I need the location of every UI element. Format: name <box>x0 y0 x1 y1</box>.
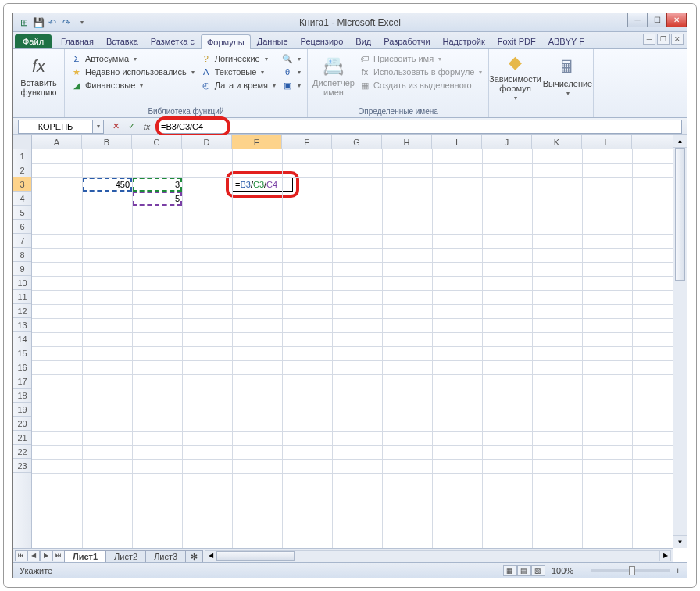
row-header-6[interactable]: 6 <box>13 220 31 234</box>
autosum-button[interactable]: ΣАвтосумма▾ <box>70 52 196 65</box>
row-header-19[interactable]: 19 <box>13 403 31 417</box>
tab-data[interactable]: Данные <box>251 34 295 48</box>
row-header-9[interactable]: 9 <box>13 262 31 276</box>
column-header-D[interactable]: D <box>182 135 232 149</box>
name-box[interactable]: КОРЕНЬ <box>18 120 93 134</box>
active-cell-E3[interactable]: =B3/C3/C4 <box>232 177 293 192</box>
calculation-button[interactable]: 🖩 Вычисление▾ <box>546 51 588 102</box>
doc-restore-button[interactable]: ❐ <box>657 34 670 45</box>
vertical-scrollbar[interactable]: ▲ ▼ <box>673 135 687 548</box>
row-header-21[interactable]: 21 <box>13 431 31 445</box>
tab-home[interactable]: Главная <box>55 34 100 48</box>
column-header-B[interactable]: B <box>82 135 132 149</box>
save-icon[interactable]: 💾 <box>32 16 45 29</box>
scroll-left-icon[interactable]: ◀ <box>205 551 216 561</box>
enter-formula-button[interactable]: ✓ <box>124 120 138 134</box>
column-header-K[interactable]: K <box>532 135 582 149</box>
recent-functions-button[interactable]: ★Недавно использовались▾ <box>70 66 196 78</box>
hscroll-thumb[interactable] <box>216 551 295 561</box>
scroll-right-icon[interactable]: ▶ <box>659 551 670 561</box>
tab-addins[interactable]: Надстройк <box>437 34 491 48</box>
close-button[interactable]: ✕ <box>666 13 687 27</box>
datetime-button[interactable]: ◴Дата и время▾ <box>199 79 277 91</box>
zoom-out-button[interactable]: − <box>580 566 584 575</box>
qat-dropdown-icon[interactable]: ▾ <box>76 16 88 29</box>
row-header-14[interactable]: 14 <box>13 332 31 346</box>
minimize-button[interactable]: ─ <box>627 13 648 27</box>
tab-abbyy[interactable]: ABBYY F <box>542 34 591 48</box>
tab-view[interactable]: Вид <box>349 34 377 48</box>
logical-button[interactable]: ?Логические▾ <box>199 52 277 65</box>
tab-insert[interactable]: Вставка <box>100 34 145 48</box>
row-header-3[interactable]: 3 <box>13 177 31 192</box>
more-functions-button[interactable]: ▣▾ <box>280 79 302 91</box>
select-all-corner[interactable] <box>13 135 32 149</box>
sheet-tab-2[interactable]: Лист2 <box>105 550 146 562</box>
math-button[interactable]: θ▾ <box>280 66 302 78</box>
zoom-slider[interactable] <box>591 569 670 572</box>
zoom-thumb[interactable] <box>629 566 635 575</box>
row-header-8[interactable]: 8 <box>13 248 31 262</box>
page-break-view-button[interactable]: ▧ <box>531 565 545 576</box>
column-header-F[interactable]: F <box>282 135 332 149</box>
row-header-13[interactable]: 13 <box>13 318 31 332</box>
insert-function-button[interactable]: fx Вставить функцию <box>18 51 59 102</box>
column-header-J[interactable]: J <box>482 135 532 149</box>
row-header-7[interactable]: 7 <box>13 234 31 248</box>
row-header-5[interactable]: 5 <box>13 206 31 220</box>
sheet-tab-3[interactable]: Лист3 <box>145 550 186 562</box>
tab-first-button[interactable]: ⏮ <box>15 550 27 561</box>
row-header-1[interactable]: 1 <box>13 149 31 163</box>
scroll-up-icon[interactable]: ▲ <box>673 135 687 148</box>
row-header-11[interactable]: 11 <box>13 290 31 304</box>
scroll-down-icon[interactable]: ▼ <box>673 535 687 548</box>
normal-view-button[interactable]: ▦ <box>503 565 517 576</box>
file-tab[interactable]: Файл <box>15 34 52 48</box>
formula-bar[interactable]: =B3/C3/C4 <box>157 120 682 134</box>
worksheet-grid[interactable]: ABCDEFGHIJKL 123456789101112131415161718… <box>13 135 687 562</box>
name-manager-button[interactable]: 📇 Диспетчер имен <box>312 51 355 102</box>
page-layout-view-button[interactable]: ▤ <box>517 565 531 576</box>
tab-prev-button[interactable]: ◀ <box>27 550 40 561</box>
formula-auditing-button[interactable]: ◆ Зависимости формул▾ <box>494 51 536 102</box>
zoom-level[interactable]: 100% <box>552 566 573 575</box>
tab-layout[interactable]: Разметка с <box>145 34 201 48</box>
sheet-tab-1[interactable]: Лист1 <box>64 550 106 562</box>
text-button[interactable]: AТекстовые▾ <box>199 66 277 78</box>
tab-last-button[interactable]: ⏭ <box>52 550 65 561</box>
doc-close-button[interactable]: ✕ <box>671 34 684 45</box>
row-header-16[interactable]: 16 <box>13 360 31 374</box>
row-header-15[interactable]: 15 <box>13 346 31 360</box>
row-header-12[interactable]: 12 <box>13 304 31 318</box>
zoom-in-button[interactable]: + <box>676 566 680 575</box>
column-header-E[interactable]: E <box>232 135 282 149</box>
maximize-button[interactable]: ☐ <box>647 13 667 27</box>
column-header-C[interactable]: C <box>132 135 182 149</box>
cancel-formula-button[interactable]: ✕ <box>109 120 123 134</box>
fx-button[interactable]: fx <box>140 120 154 134</box>
lookup-button[interactable]: 🔍▾ <box>280 52 302 65</box>
column-header-G[interactable]: G <box>332 135 382 149</box>
redo-icon[interactable]: ↷ <box>60 16 73 29</box>
column-header-H[interactable]: H <box>382 135 432 149</box>
vscroll-thumb[interactable] <box>675 148 685 281</box>
column-header-I[interactable]: I <box>432 135 482 149</box>
row-header-20[interactable]: 20 <box>13 417 31 431</box>
horizontal-scrollbar[interactable]: ◀ ▶ <box>205 550 671 561</box>
column-header-L[interactable]: L <box>582 135 632 149</box>
column-header-A[interactable]: A <box>32 135 82 149</box>
row-header-17[interactable]: 17 <box>13 374 31 389</box>
new-sheet-button[interactable]: ✻ <box>185 550 203 563</box>
row-header-23[interactable]: 23 <box>13 459 31 473</box>
undo-icon[interactable]: ↶ <box>46 16 59 29</box>
tab-developer[interactable]: Разработчи <box>377 34 436 48</box>
row-header-18[interactable]: 18 <box>13 389 31 403</box>
row-header-4[interactable]: 4 <box>13 192 31 206</box>
tab-foxit[interactable]: Foxit PDF <box>491 34 542 48</box>
tab-next-button[interactable]: ▶ <box>40 550 52 561</box>
doc-minimize-button[interactable]: ─ <box>643 34 655 45</box>
row-header-2[interactable]: 2 <box>13 163 31 177</box>
row-header-10[interactable]: 10 <box>13 276 31 290</box>
tab-formulas[interactable]: Формулы <box>201 34 251 49</box>
financial-button[interactable]: ◢Финансовые▾ <box>70 79 196 91</box>
